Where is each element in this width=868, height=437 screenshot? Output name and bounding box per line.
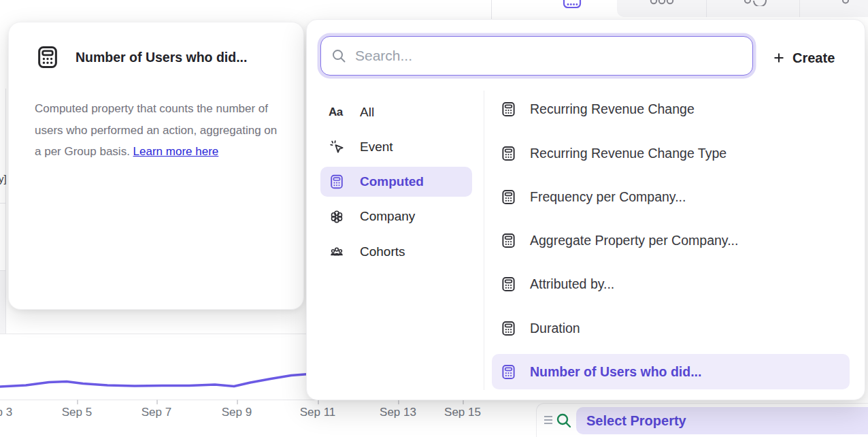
result-aggregate-property-per-company[interactable]: Aggregate Property per Company... [492,223,850,258]
dot-icon [841,0,851,6]
x-axis-tick [398,400,399,404]
tab-separator [799,0,800,17]
result-number-of-users-who-did[interactable]: Number of Users who did... [492,354,850,389]
x-axis-tick [463,400,464,404]
x-axis-label: Sep 15 [444,406,481,419]
category-label: Company [360,209,415,224]
property-picker-dropdown: Create Aa All Event [306,19,865,400]
chart-line [0,374,309,387]
result-label: Number of Users who did... [530,364,701,380]
category-all[interactable]: Aa All [320,97,472,127]
x-axis-label: Sep 5 [62,406,92,419]
tab-retention[interactable] [744,0,767,6]
x-axis-label: Sep 11 [300,406,336,419]
property-tooltip-card: Number of Users who did... Computed prop… [8,22,304,310]
select-property-label: Select Property [586,413,686,429]
x-axis-tick [237,400,238,404]
result-label: Aggregate Property per Company... [530,233,738,248]
x-axis-label: Sep 3 [0,406,12,419]
plus-icon [772,51,786,65]
calculator-icon [329,174,345,190]
company-flower-icon [329,208,345,225]
result-recurring-revenue-change-type[interactable]: Recurring Revenue Change Type [492,135,850,171]
category-label: All [360,105,374,120]
result-label: Recurring Revenue Change Type [530,146,727,161]
inactive-tabs-group [617,0,868,17]
people-icon [329,244,345,260]
result-recurring-revenue-change[interactable]: Recurring Revenue Change [492,91,850,127]
x-axis-tick [156,400,158,404]
category-computed[interactable]: Computed [320,167,472,197]
tab-funnel[interactable] [650,0,674,6]
bar-chart-icon [563,0,582,10]
left-panel-fill [0,271,5,334]
tab-chart-active[interactable] [563,0,582,10]
trend-line-chart [0,334,313,402]
tab-profile[interactable] [841,0,851,6]
category-label: Event [360,140,393,155]
result-label: Duration [530,321,580,336]
report-type-tabs [492,0,868,17]
create-button[interactable]: Create [772,46,835,70]
property-config-row: Select Property [536,403,868,437]
clipped-label: y] [0,173,7,184]
calculator-icon [35,44,61,70]
left-panel-divider [0,203,5,204]
select-property-field[interactable]: Select Property [576,407,868,434]
sidebar-results-divider [484,91,484,390]
create-button-label: Create [792,50,835,66]
funnel-dots-icon [650,0,674,6]
category-label: Computed [360,174,424,189]
cursor-sparkle-icon [329,139,345,155]
calculator-icon [500,320,517,337]
result-label: Frequency per Company... [530,189,686,205]
aa-icon: Aa [329,106,345,119]
calculator-icon [500,276,517,293]
tab-separator [706,0,707,17]
result-label: Recurring Revenue Change [530,101,695,117]
search-icon [331,48,347,64]
green-search-icon [555,412,573,430]
category-label: Cohorts [360,244,405,259]
x-axis-label: Sep 9 [222,406,252,419]
retention-curve-icon [744,0,767,6]
category-event[interactable]: Event [320,132,472,162]
result-attributed-by[interactable]: Attributed by... [492,266,850,302]
result-duration[interactable]: Duration [492,310,850,346]
x-axis-tick [318,400,319,404]
x-axis-label: Sep 7 [141,406,171,419]
x-axis-tick [77,400,78,404]
calculator-icon [500,101,517,118]
calculator-icon [500,232,517,249]
result-frequency-per-company[interactable]: Frequency per Company... [492,179,850,214]
tooltip-description: Computed property that counts the number… [35,98,278,163]
tooltip-title: Number of Users who did... [76,50,247,65]
result-label: Attributed by... [530,276,614,292]
left-panel-edge [5,88,6,334]
calculator-icon [500,145,517,162]
calculator-icon [500,189,517,206]
category-company[interactable]: Company [320,201,472,231]
calculator-icon [500,363,517,381]
category-cohorts[interactable]: Cohorts [320,237,472,267]
x-axis-label: Sep 13 [380,406,416,419]
search-box [320,36,753,76]
search-input[interactable] [355,48,743,64]
screen: y] Sep 3 Sep 5 Sep 7 Sep 9 Sep 11 Sep 13… [0,0,868,437]
learn-more-link[interactable]: Learn more here [133,145,219,158]
drag-handle-icon[interactable] [542,413,554,427]
